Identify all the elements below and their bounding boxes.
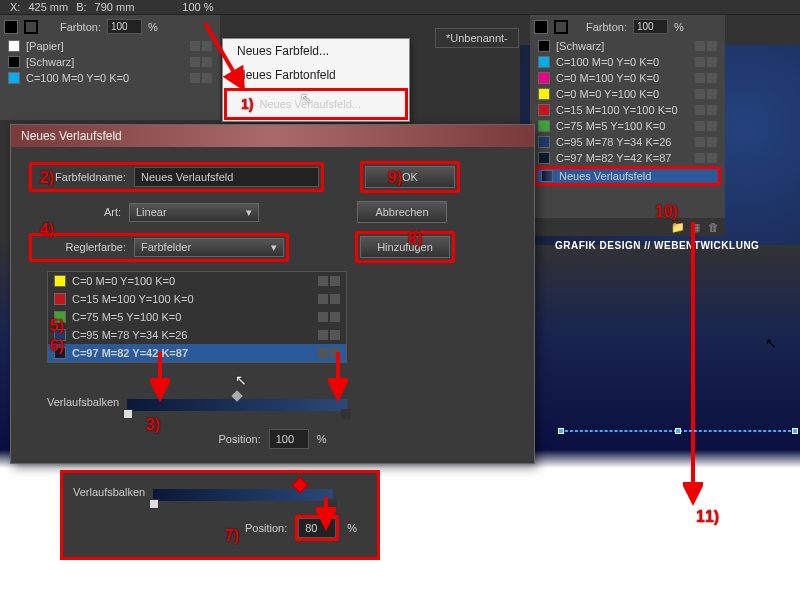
- anno-9: 9): [388, 169, 402, 187]
- sw-r6[interactable]: C=97 M=82 Y=42 K=87: [534, 150, 721, 166]
- stopcolor-select[interactable]: Farbfelder▾: [134, 238, 284, 257]
- anno-4: 4): [40, 221, 54, 239]
- gradient-midpoint-2[interactable]: [291, 477, 308, 494]
- sw-r1[interactable]: C=0 M=100 Y=0 K=0: [534, 70, 721, 86]
- trash-icon[interactable]: 🗑: [707, 221, 719, 233]
- gradient-stop-left-2[interactable]: [149, 499, 159, 509]
- tint-input[interactable]: [107, 19, 142, 34]
- type-label: Art:: [29, 206, 121, 218]
- sw-r4[interactable]: C=75 M=5 Y=100 K=0: [534, 118, 721, 134]
- cursor-icon: ↖: [765, 335, 777, 351]
- swatch-black-r[interactable]: [Schwarz]: [534, 38, 721, 54]
- dialog-title: Neues Verlaufsfeld: [11, 125, 534, 147]
- sw-r0[interactable]: C=100 M=0 Y=0 K=0: [534, 54, 721, 70]
- add-button[interactable]: Hinzufügen: [360, 236, 450, 258]
- dlg-sw1[interactable]: C=15 M=100 Y=100 K=0: [48, 290, 346, 308]
- stroke-swatch-r[interactable]: [554, 20, 568, 34]
- type-select[interactable]: Linear▾: [129, 203, 259, 222]
- gradient-label-2: Verlaufsbalken: [73, 486, 145, 498]
- swatch-black[interactable]: [Schwarz]: [4, 54, 216, 70]
- dialog-swatch-list: C=0 M=0 Y=100 K=0 C=15 M=100 Y=100 K=0 C…: [47, 271, 347, 363]
- gradient-bar-2[interactable]: [153, 489, 333, 501]
- anno-8: 8): [408, 230, 422, 248]
- swatches-panel-left: Farbton: % [Papier] [Schwarz] C=100 M=0 …: [0, 15, 220, 120]
- swatches-panel-right: Farbton: % [Schwarz] C=100 M=0 Y=0 K=0 C…: [530, 15, 725, 235]
- swatch-paper[interactable]: [Papier]: [4, 38, 216, 54]
- anno-11: 11): [696, 508, 719, 526]
- position-label: Position:: [219, 433, 261, 445]
- dlg-sw2[interactable]: C=75 M=5 Y=100 K=0: [48, 308, 346, 326]
- tint-input-r[interactable]: [633, 19, 668, 34]
- top-toolbar: X:425 mm B:790 mm 100 %: [0, 0, 800, 15]
- menu-new-tint[interactable]: Neues Farbtonfeld: [223, 63, 409, 87]
- doc-tab[interactable]: *Unbenannt-: [435, 28, 519, 48]
- sw-r5[interactable]: C=95 M=78 Y=34 K=26: [534, 134, 721, 150]
- stopcolor-label: Reglerfarbe:: [34, 241, 126, 253]
- gradient-midpoint[interactable]: [231, 390, 242, 401]
- gradient-dialog-excerpt: Verlaufsbalken Position: %: [60, 470, 380, 560]
- cursor-icon: ↖: [235, 372, 247, 388]
- gradient-bar[interactable]: [127, 399, 347, 411]
- gradient-dialog: Neues Verlaufsfeld Farbfeldname: OK Art:…: [10, 124, 535, 464]
- gradient-stop-right[interactable]: [341, 409, 351, 419]
- folder-icon[interactable]: 📁: [671, 221, 683, 233]
- gradient-stop-right-2[interactable]: [327, 499, 337, 509]
- fill-swatch[interactable]: [4, 20, 18, 34]
- name-input[interactable]: [134, 167, 319, 187]
- position-input[interactable]: [269, 429, 309, 449]
- anno-5: 5): [50, 317, 64, 335]
- bg-heading: GRAFIK DESIGN // WEBENTWICKLUNG: [555, 240, 759, 251]
- cancel-button[interactable]: Abbrechen: [357, 201, 447, 223]
- selection-frame: [560, 430, 796, 432]
- chevron-down-icon: ▾: [246, 206, 252, 219]
- dlg-sw3[interactable]: C=95 M=78 Y=34 K=26: [48, 326, 346, 344]
- sw-r-new[interactable]: Neues Verlaufsfeld: [534, 166, 721, 186]
- tint-label-r: Farbton:: [586, 21, 627, 33]
- sw-r2[interactable]: C=0 M=0 Y=100 K=0: [534, 86, 721, 102]
- menu-new-gradient[interactable]: 1) Neues Verlaufsfeld...: [227, 91, 405, 117]
- sw-r3[interactable]: C=15 M=100 Y=100 K=0: [534, 102, 721, 118]
- new-icon[interactable]: ▦: [689, 221, 701, 233]
- anno-3: 3): [146, 416, 160, 434]
- dlg-sw4[interactable]: C=97 M=82 Y=42 K=87: [48, 344, 346, 362]
- position-input-2[interactable]: [298, 518, 336, 538]
- anno-2: 2): [40, 169, 54, 187]
- gradient-stop-left[interactable]: [123, 409, 133, 419]
- fill-swatch-r[interactable]: [534, 20, 548, 34]
- swatch-panel-footer: 📁 ▦ 🗑: [530, 218, 725, 236]
- dlg-sw0[interactable]: C=0 M=0 Y=100 K=0: [48, 272, 346, 290]
- position-label-2: Position:: [245, 522, 287, 534]
- anno-10: 10): [655, 203, 678, 221]
- tint-label: Farbton:: [60, 21, 101, 33]
- swatch-c100[interactable]: C=100 M=0 Y=0 K=0: [4, 70, 216, 86]
- anno-6: 6): [50, 337, 64, 355]
- ok-button[interactable]: OK: [365, 166, 455, 188]
- stroke-swatch[interactable]: [24, 20, 38, 34]
- chevron-down-icon: ▾: [271, 241, 277, 254]
- cursor-icon: ↖: [300, 90, 312, 106]
- menu-new-swatch[interactable]: Neues Farbfeld...: [223, 39, 409, 63]
- anno-7: 7): [225, 527, 239, 545]
- swatch-menu: Neues Farbfeld... Neues Farbtonfeld 1) N…: [222, 38, 410, 122]
- gradient-label: Verlaufsbalken: [47, 396, 119, 408]
